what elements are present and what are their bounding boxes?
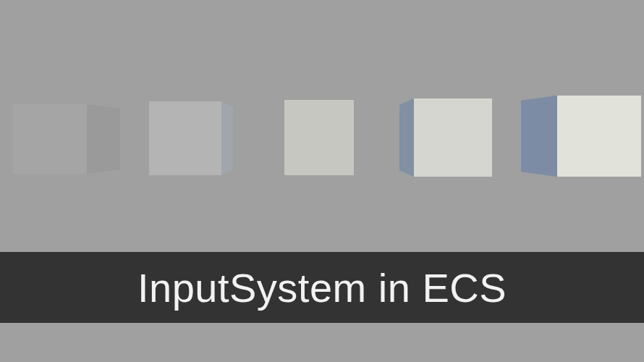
cube-face-front (13, 104, 87, 174)
cube-face-front (149, 101, 221, 175)
cube-face-front (284, 100, 354, 175)
title-bar: InputSystem in ECS (0, 252, 644, 323)
title-text: InputSystem in ECS (137, 264, 507, 311)
cube-face-right (221, 101, 233, 175)
cube-face-front (557, 96, 641, 177)
cube-face-right (87, 104, 120, 174)
cube-face-left (399, 98, 414, 177)
cube-face-left (521, 96, 557, 177)
cube-face-front (414, 98, 492, 177)
